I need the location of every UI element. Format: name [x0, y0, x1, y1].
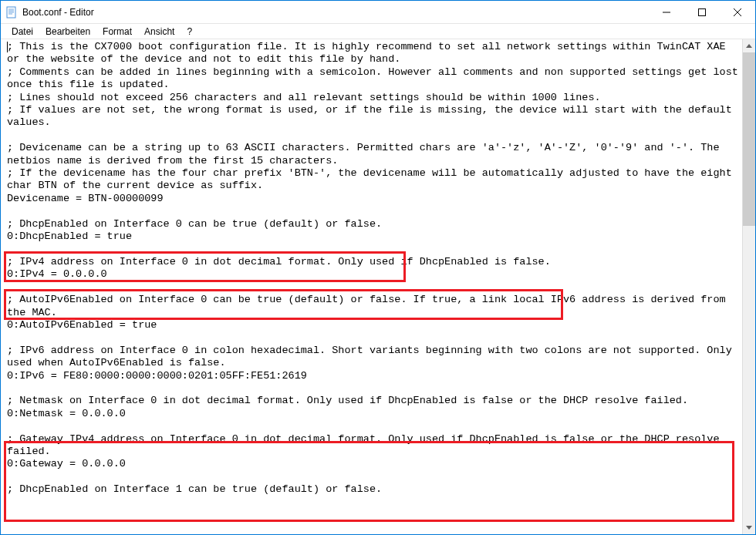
- editor-line: ; If values are not set, the wrong forma…: [7, 104, 738, 128]
- menubar: Datei Bearbeiten Format Ansicht ?: [1, 24, 755, 39]
- editor-line: 0:AutoIPv6Enabled = true: [7, 319, 157, 331]
- app-icon: [5, 6, 18, 19]
- editor-line: 0:Gateway = 0.0.0.0: [7, 458, 126, 469]
- scroll-thumb[interactable]: [743, 52, 755, 226]
- scroll-track[interactable]: [743, 52, 755, 521]
- content-wrapper: ; This is the CX7000 boot configuration …: [1, 39, 755, 534]
- editor-line: ; IPv6 address on Interface 0 in colon h…: [7, 345, 738, 368]
- editor-line: ; AutoIPv6Enabled on Interface 0 can be …: [7, 294, 732, 318]
- scroll-up-arrow[interactable]: [743, 39, 755, 52]
- editor-line: ; Netmask on Interface 0 in dot decimal …: [7, 395, 688, 406]
- highlight-box-netmask-gateway: [4, 441, 734, 522]
- scroll-down-arrow[interactable]: [743, 521, 755, 534]
- editor-line: ; DhcpEnabled on Interface 1 can be true…: [7, 483, 382, 495]
- editor-line: ; This is the CX7000 boot configuration …: [7, 41, 732, 65]
- editor-line: 0:IPv6 = FE80:0000:0000:0000:0201:05FF:F…: [7, 370, 307, 382]
- editor-line: ; Gateway IPv4 address on Interface 0 in…: [7, 433, 726, 457]
- editor-line: Devicename = BTN-00000099: [7, 193, 164, 204]
- svg-rect-6: [699, 9, 706, 16]
- editor-line: 0:DhcpEnabled = true: [7, 230, 132, 242]
- menu-view[interactable]: Ansicht: [138, 25, 181, 39]
- text-cursor: [7, 42, 8, 52]
- menu-format[interactable]: Format: [96, 25, 138, 39]
- titlebar: Boot.conf - Editor: [1, 1, 755, 24]
- editor-line: ; IPv4 address on Interface 0 in dot dec…: [7, 256, 551, 268]
- editor-line: ; Devicename can be a string up to 63 AS…: [7, 142, 726, 166]
- close-button[interactable]: [720, 1, 755, 24]
- editor-line: ; Comments can be added in lines beginni…: [7, 66, 742, 90]
- vertical-scrollbar: [742, 39, 755, 534]
- menu-edit[interactable]: Bearbeiten: [39, 25, 96, 39]
- maximize-button[interactable]: [684, 1, 720, 24]
- editor-line: ; If the devicename has the four char pr…: [7, 167, 738, 191]
- editor-textarea[interactable]: ; This is the CX7000 boot configuration …: [1, 39, 742, 534]
- window-title: Boot.conf - Editor: [22, 7, 649, 18]
- editor-line: ; DhcpEnabled on Interface 0 can be true…: [7, 218, 382, 230]
- minimize-button[interactable]: [649, 1, 684, 24]
- menu-help[interactable]: ?: [181, 25, 198, 39]
- window-controls: [649, 1, 755, 23]
- editor-line: 0:IPv4 = 0.0.0.0: [7, 268, 107, 280]
- menu-file[interactable]: Datei: [5, 25, 39, 39]
- editor-line: ; Lines should not exceed 256 characters…: [7, 92, 601, 103]
- editor-line: 0:Netmask = 0.0.0.0: [7, 408, 126, 419]
